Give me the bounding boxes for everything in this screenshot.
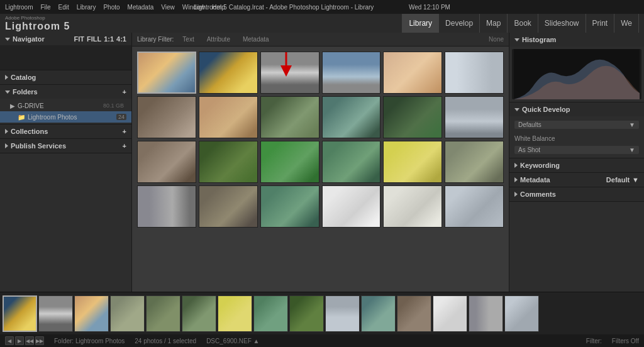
filter-none[interactable]: None (489, 36, 504, 43)
filter-metadata-btn[interactable]: Metadata (239, 35, 273, 45)
keywording-header[interactable]: Keywording (509, 158, 644, 172)
catalog-header[interactable]: Catalog (0, 70, 131, 84)
filmstrip-thumb-15[interactable] (504, 295, 539, 332)
drive-name: G-DRIVE (18, 102, 101, 109)
photo-cell-16[interactable] (322, 141, 381, 183)
photo-cell-2[interactable] (199, 52, 258, 94)
comments-collapse-icon (514, 192, 518, 197)
metadata-header[interactable]: Metadata Default ▼ (509, 173, 644, 187)
filmstrip-thumb-10[interactable] (325, 295, 360, 332)
photo-cell-12[interactable] (445, 96, 504, 138)
photo-cell-7[interactable] (137, 96, 196, 138)
app-name: Lightroom 5 (5, 21, 70, 32)
folder-gdrive[interactable]: ▶ G-DRIVE 80.1 GB (0, 100, 131, 111)
photo-cell-14[interactable] (199, 141, 258, 183)
menu-edit[interactable]: Edit (58, 4, 69, 11)
collections-header[interactable]: Collections + (0, 124, 131, 138)
filter-text-btn[interactable]: Text (179, 35, 197, 45)
filmstrip-thumb-8[interactable] (253, 295, 288, 332)
filmstrip-thumb-1[interactable] (3, 295, 37, 332)
keywording-label: Keywording (520, 162, 560, 169)
photo-cell-18[interactable] (445, 141, 504, 183)
metadata-value[interactable]: Default (606, 176, 630, 184)
filmstrip-thumb-11[interactable] (361, 295, 396, 332)
photo-cell-15[interactable] (260, 141, 319, 183)
folder-lightroom-photos[interactable]: 📁 Lightroom Photos 24 (0, 111, 131, 123)
nav-arrows: ◀ ▶ ◀◀ ▶▶ (5, 336, 44, 345)
menu-view[interactable]: View (161, 4, 175, 11)
menu-lightroom[interactable]: Lightroom (5, 4, 33, 11)
catalog-collapse-icon (5, 75, 8, 80)
filmstrip-thumb-9[interactable] (289, 295, 324, 332)
filter-attribute-btn[interactable]: Attribute (203, 35, 234, 45)
photo-cell-24[interactable] (445, 185, 504, 228)
folders-content: ▶ G-DRIVE 80.1 GB 📁 Lightroom Photos 24 (0, 99, 131, 124)
nav-library[interactable]: Library (402, 14, 439, 33)
catalog-section: Catalog (0, 70, 131, 85)
nav-4to1[interactable]: 4:1 (116, 35, 126, 43)
filmstrip-thumb-3[interactable] (74, 295, 109, 332)
nav-web[interactable]: We (614, 14, 639, 33)
menu-file[interactable]: File (40, 4, 50, 11)
folders-add-icon[interactable]: + (123, 88, 126, 96)
photo-cell-6[interactable] (445, 52, 504, 94)
filmstrip-thumb-6[interactable] (182, 295, 216, 332)
photo-cell-13[interactable] (137, 141, 196, 183)
menu-library[interactable]: Library (77, 4, 96, 11)
menu-metadata[interactable]: Metadata (128, 4, 154, 11)
center-panel: Library Filter: Text Attribute Metadata … (132, 33, 509, 334)
filmstrip-thumb-13[interactable] (433, 295, 467, 332)
filter-value[interactable]: Filters Off (612, 338, 639, 344)
folder-count: 24 (116, 114, 126, 120)
nav-1to1[interactable]: 1:1 (104, 35, 114, 43)
publish-add-icon[interactable]: + (123, 142, 126, 150)
filmstrip-thumb-4[interactable] (110, 295, 145, 332)
photo-cell-23[interactable] (383, 185, 442, 228)
photo-cell-8[interactable] (199, 96, 258, 138)
skip-prev-button[interactable]: ◀◀ (25, 336, 34, 345)
photo-cell-5[interactable] (383, 52, 442, 94)
app-title: Adobe Photoshop Lightroom 5 (5, 15, 70, 32)
nav-fill[interactable]: FILL (87, 35, 101, 43)
filmstrip-thumb-14[interactable] (469, 295, 503, 332)
quick-develop-label: Quick Develop (522, 106, 570, 113)
filmstrip-thumb-12[interactable] (397, 295, 431, 332)
menu-photo[interactable]: Photo (103, 4, 119, 11)
comments-header[interactable]: Comments (509, 187, 644, 201)
quick-develop-header[interactable]: Quick Develop (509, 102, 644, 116)
nav-develop[interactable]: Develop (439, 14, 480, 33)
photo-cell-9[interactable] (260, 96, 319, 138)
filter-label: Library Filter: (137, 36, 174, 43)
left-panel: Navigator FIT FILL 1:1 4:1 Catalog (0, 33, 132, 334)
nav-slideshow[interactable]: Slideshow (538, 14, 586, 33)
navigator-header[interactable]: Navigator FIT FILL 1:1 4:1 (0, 33, 131, 45)
filmstrip-thumb-5[interactable] (146, 295, 180, 332)
nav-map[interactable]: Map (480, 14, 508, 33)
photo-cell-11[interactable] (383, 96, 442, 138)
folders-section: Folders + ▶ G-DRIVE 80.1 GB 📁 Lightroom … (0, 85, 131, 124)
histogram-header[interactable]: Histogram (509, 33, 644, 47)
photo-cell-22[interactable] (322, 185, 381, 228)
next-button[interactable]: ▶ (15, 336, 24, 345)
wb-dropdown[interactable]: As Shot ▼ (514, 146, 639, 154)
navigator-section: Navigator FIT FILL 1:1 4:1 (0, 33, 131, 70)
photo-cell-10[interactable] (322, 96, 381, 138)
publish-services-header[interactable]: Publish Services + (0, 139, 131, 153)
folders-header[interactable]: Folders + (0, 85, 131, 99)
photo-cell-1[interactable] (137, 52, 196, 94)
nav-print[interactable]: Print (586, 14, 615, 33)
photo-cell-4[interactable] (322, 52, 381, 94)
saved-preset-dropdown[interactable]: Defaults ▼ (514, 121, 639, 129)
photo-cell-20[interactable] (199, 185, 258, 228)
photo-cell-3[interactable] (260, 52, 319, 94)
collections-add-icon[interactable]: + (123, 128, 126, 135)
photo-cell-21[interactable] (260, 185, 319, 228)
photo-cell-19[interactable] (137, 185, 196, 228)
nav-fit[interactable]: FIT (74, 35, 84, 43)
photo-cell-17[interactable] (383, 141, 442, 183)
filmstrip-thumb-7[interactable] (218, 295, 252, 332)
filmstrip-thumb-2[interactable] (38, 295, 73, 332)
skip-next-button[interactable]: ▶▶ (35, 336, 44, 345)
nav-book[interactable]: Book (508, 14, 538, 33)
prev-button[interactable]: ◀ (5, 336, 14, 345)
